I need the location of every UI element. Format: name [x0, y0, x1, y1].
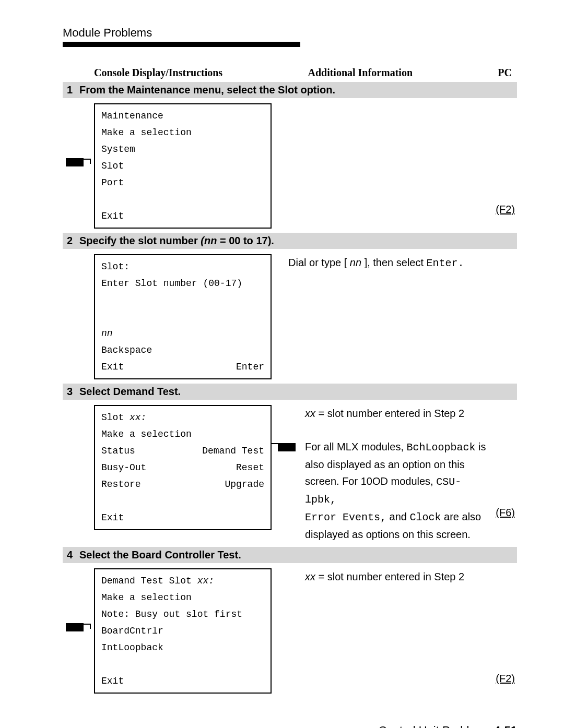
step-title: Select the Board Controller Test. — [79, 549, 241, 561]
text: also displayed as an option on this — [305, 459, 465, 470]
text: Enter. — [427, 257, 464, 269]
console-line: Exit — [101, 208, 264, 224]
step-4-body: Demand Test Slot xx: Make a selection No… — [63, 563, 517, 698]
text: xx — [305, 571, 315, 582]
console-line: System — [101, 141, 264, 158]
console-line: Exit — [101, 673, 264, 689]
step-2-header: 2 Specify the slot number (nn = 00 to 17… — [63, 233, 517, 249]
text: BchLoopback — [407, 441, 476, 453]
console-line: Demand Test Slot xx: — [101, 572, 264, 589]
step-1-header: 1 From the Maintenance menu, select the … — [63, 82, 517, 98]
step-3-header: 3 Select Demand Test. — [63, 384, 517, 400]
marker-block-icon — [278, 443, 296, 451]
text: Demand Test Slot — [101, 576, 197, 586]
console-enter: Enter — [236, 359, 264, 375]
marker-tick-icon — [84, 159, 91, 164]
step-number: 3 — [67, 386, 79, 398]
text — [101, 493, 107, 509]
text: Exit — [101, 509, 124, 526]
text: Error Events, — [305, 511, 386, 523]
text: screen. For 10OD modules, — [305, 475, 436, 487]
console-row: Slot xx: — [101, 409, 264, 426]
step-2-body: Slot: Enter Slot number (00-17) nn Backs… — [63, 249, 517, 384]
console-line: Make a selection — [101, 589, 264, 606]
column-headers: Console Display/Instructions Additional … — [63, 67, 517, 79]
text: Clock — [410, 511, 441, 523]
info-line: screen. For 10OD modules, CSU-lpbk, — [305, 473, 491, 508]
console-line — [101, 308, 264, 325]
console-exit: Exit — [101, 359, 124, 375]
console-display: Maintenance Make a selection System Slot… — [94, 103, 272, 229]
header-console: Console Display/Instructions — [94, 67, 222, 79]
title-underline — [63, 42, 300, 47]
info-line — [305, 422, 491, 438]
text: Demand Test — [202, 443, 264, 459]
console-row: Exit — [101, 509, 264, 526]
step-number: 4 — [67, 549, 79, 561]
step-3-body: Slot xx: Make a selection Status Demand … — [63, 400, 517, 547]
text: is — [476, 441, 486, 452]
step-title-text: Specify the slot number — [79, 235, 201, 246]
console-line: nn — [101, 325, 264, 342]
console-display: Demand Test Slot xx: Make a selection No… — [94, 568, 272, 694]
text: = slot number entered in Step 2 — [315, 408, 464, 419]
console-row: Status Demand Test — [101, 443, 264, 459]
console-line: Slot — [101, 158, 264, 174]
footer-text: Control Unit Problems — [379, 724, 491, 728]
text: xx: — [130, 412, 146, 423]
text: Status — [101, 443, 135, 459]
step-4-header: 4 Select the Board Controller Test. — [63, 547, 517, 563]
step-title-ital: (nn — [201, 235, 217, 246]
info-line: xx = slot number entered in Step 2 — [305, 568, 491, 585]
console-bottom-row: Exit Enter — [101, 359, 264, 375]
text: ], then select — [361, 257, 427, 268]
console-line: Slot: — [101, 258, 264, 275]
console-line: Backspace — [101, 342, 264, 359]
step-title: Select Demand Test. — [79, 386, 181, 398]
header-additional-info: Additional Information — [308, 67, 413, 79]
info-line: also displayed as an option on this — [305, 456, 491, 473]
marker-block-icon — [66, 158, 84, 166]
info-col: xx = slot number entered in Step 2 For a… — [272, 405, 491, 543]
info-col: xx = slot number entered in Step 2 — [272, 568, 491, 585]
console-row — [101, 493, 264, 509]
step-number: 1 — [67, 84, 79, 96]
text: nn — [350, 257, 361, 268]
pc-key-link[interactable]: (F2) — [496, 673, 515, 685]
info-col: Dial or type [ nn ], then select Enter. — [272, 254, 491, 272]
text: Slot — [101, 412, 130, 423]
console-row: Make a selection — [101, 426, 264, 443]
console-line — [101, 292, 264, 308]
info-line: For all MLX modules, BchLoopback is — [305, 438, 491, 456]
console-row: Busy-Out Reset — [101, 459, 264, 476]
console-line: Maintenance — [101, 108, 264, 124]
console-line — [101, 656, 264, 673]
footer-page: 4-51 — [494, 724, 517, 728]
info-line: Error Events, and Clock are also — [305, 508, 491, 526]
text: displayed as options on this screen. — [305, 529, 471, 540]
step-title: From the Maintenance menu, select the Sl… — [79, 84, 335, 96]
text: Upgrade — [225, 476, 264, 493]
marker-tick-icon — [84, 624, 91, 629]
step-title-text: = 00 to 17). — [217, 235, 274, 246]
info-line: displayed as options on this screen. — [305, 526, 491, 543]
text: = slot number entered in Step 2 — [315, 571, 464, 582]
step-number: 2 — [67, 235, 79, 247]
step-title: Specify the slot number (nn = 00 to 17). — [79, 235, 274, 247]
console-line: BoardCntrlr — [101, 623, 264, 639]
info-line: Dial or type [ nn ], then select Enter. — [279, 254, 491, 272]
console-row: Restore Upgrade — [101, 476, 264, 493]
pc-key-link[interactable]: (F6) — [496, 507, 515, 519]
page-footer: Control Unit Problems 4-51 — [63, 724, 517, 728]
console-display: Slot: Enter Slot number (00-17) nn Backs… — [94, 254, 272, 379]
header-pc: PC — [498, 67, 512, 79]
console-line: Note: Busy out slot first — [101, 606, 264, 623]
section-title: Module Problems — [63, 26, 517, 40]
text: For all MLX modules, — [305, 441, 407, 452]
marker-tick-icon — [271, 443, 278, 448]
console-line: Enter Slot number (00-17) — [101, 275, 264, 292]
info-line: xx = slot number entered in Step 2 — [305, 405, 491, 422]
text: Reset — [236, 459, 264, 476]
console-display: Slot xx: Make a selection Status Demand … — [94, 405, 272, 530]
pc-key-link[interactable]: (F2) — [496, 204, 515, 216]
